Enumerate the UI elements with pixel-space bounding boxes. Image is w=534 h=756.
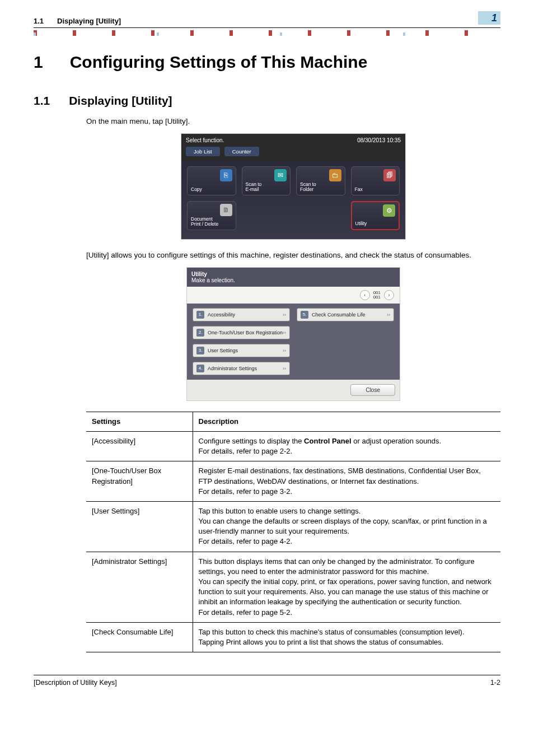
folder-icon: 🗀 <box>329 169 341 181</box>
section-heading: 1.1 Displaying [Utility] <box>34 94 500 108</box>
doc-icon: 🗎 <box>220 204 232 216</box>
intro-paragraph-2: [Utility] allows you to configure settin… <box>86 250 500 261</box>
pager-next-icon[interactable]: › <box>384 290 394 300</box>
utility-item-label: Check Consumable Life <box>312 312 366 318</box>
fax-icon: 🗐 <box>383 169 396 181</box>
main-menu-prompt: Select function. <box>186 137 224 143</box>
table-row: [Accessibility]Configure settings to dis… <box>86 431 500 461</box>
main-menu-button-utility[interactable]: ⚙Utility <box>351 201 400 230</box>
main-menu-screenshot: Select function. 08/30/2013 10:35 Job Li… <box>181 134 405 239</box>
decorative-ticks-light <box>34 32 500 36</box>
utility-item-number: 4. <box>196 365 204 372</box>
table-cell-description: Tap this button to enable users to chang… <box>193 501 500 552</box>
main-menu-button-label: Copy <box>191 187 232 192</box>
utility-item-number: 5. <box>301 311 308 319</box>
email-icon: ✉ <box>274 169 287 181</box>
table-cell-description: Configure settings to display the Contro… <box>193 431 500 461</box>
main-menu-button-label: Document Print / Delete <box>191 217 232 227</box>
footer-left: [Description of Utility Keys] <box>34 679 117 687</box>
utility-item-number: 3. <box>196 347 204 354</box>
utility-item-user-settings[interactable]: 3.User Settings›› <box>193 344 290 357</box>
intro-paragraph-1: On the main menu, tap [Utility]. <box>86 116 500 127</box>
section-number: 1.1 <box>34 94 50 108</box>
table-cell-setting: [One-Touch/User Box Registration] <box>86 461 193 502</box>
header-section-title: Displaying [Utility] <box>57 17 121 25</box>
main-menu-button-label: Fax <box>355 187 396 192</box>
table-cell-setting: [Accessibility] <box>86 431 193 461</box>
utility-title: Utility <box>191 271 395 277</box>
main-menu-button-label: Scan to E-mail <box>246 182 287 192</box>
settings-table: Settings Description [Accessibility]Conf… <box>86 412 500 652</box>
table-row: [Administrator Settings]This button disp… <box>86 552 500 622</box>
table-cell-setting: [User Settings] <box>86 501 193 552</box>
main-menu-button-fax[interactable]: 🗐Fax <box>351 166 400 195</box>
utility-item-number: 2. <box>196 329 204 337</box>
table-cell-description: Register E-mail destinations, fax destin… <box>193 461 500 502</box>
main-menu-button-label: Scan to Folder <box>300 182 341 192</box>
chevron-right-icon: ›› <box>387 312 390 318</box>
pager-page: 001 001 <box>373 291 381 300</box>
utility-item-check-consumable-life[interactable]: 5.Check Consumable Life›› <box>297 308 394 321</box>
chapter-title: Configuring Settings of This Machine <box>70 53 368 72</box>
chapter-number: 1 <box>34 53 43 72</box>
table-cell-description: This button displays items that can only… <box>193 552 500 622</box>
utility-item-label: One-Touch/User Box Registration <box>208 330 283 335</box>
section-title: Displaying [Utility] <box>69 94 172 108</box>
table-cell-description: Tap this button to check this machine's … <box>193 622 500 652</box>
tab-counter[interactable]: Counter <box>224 147 259 156</box>
utility-item-accessibility[interactable]: 1.Accessibility›› <box>193 308 290 321</box>
chevron-right-icon: ›› <box>283 312 286 318</box>
tab-job-list[interactable]: Job List <box>186 147 220 156</box>
bold-term: Control Panel <box>304 437 352 445</box>
table-row: [Check Consumable Life]Tap this button t… <box>86 622 500 652</box>
main-menu-datetime: 08/30/2013 10:35 <box>357 137 401 143</box>
utility-item-label: Accessibility <box>208 312 235 318</box>
gear-icon: ⚙ <box>383 204 395 217</box>
table-head-settings: Settings <box>86 412 193 431</box>
chevron-right-icon: ›› <box>283 348 286 353</box>
utility-item-administrator-settings[interactable]: 4.Administrator Settings›› <box>193 362 290 375</box>
chapter-badge: 1 <box>478 11 500 25</box>
utility-item-one-touch-user-box-registration[interactable]: 2.One-Touch/User Box Registration›› <box>193 326 290 339</box>
footer-right: 1-2 <box>490 679 500 687</box>
utility-screenshot: Utility Make a selection. ‹ 001 001 › 1.… <box>187 268 400 400</box>
utility-item-label: Administrator Settings <box>208 366 257 371</box>
main-menu-button-scan-to-folder[interactable]: 🗀Scan to Folder <box>296 166 345 195</box>
page-footer: [Description of Utility Keys] 1-2 <box>34 675 500 687</box>
copy-icon: ⎘ <box>220 169 232 181</box>
main-menu-button-document-print-delete[interactable]: 🗎Document Print / Delete <box>187 201 236 230</box>
main-menu-button-scan-to-e-mail[interactable]: ✉Scan to E-mail <box>242 166 291 195</box>
main-menu-button-label: Utility <box>355 221 396 226</box>
chevron-right-icon: ›› <box>283 366 286 371</box>
table-row: [One-Touch/User Box Registration]Registe… <box>86 461 500 502</box>
running-header: 1.1 Displaying [Utility] <box>34 17 500 28</box>
utility-item-label: User Settings <box>208 348 238 353</box>
chapter-heading: 1 Configuring Settings of This Machine <box>34 53 500 72</box>
close-button[interactable]: Close <box>350 384 395 396</box>
table-cell-setting: [Check Consumable Life] <box>86 622 193 652</box>
chevron-right-icon: ›› <box>283 330 286 335</box>
table-cell-setting: [Administrator Settings] <box>86 552 193 622</box>
table-head-description: Description <box>193 412 500 431</box>
table-row: [User Settings]Tap this button to enable… <box>86 501 500 552</box>
utility-subtitle: Make a selection. <box>191 277 395 283</box>
main-menu-button-copy[interactable]: ⎘Copy <box>187 166 236 195</box>
pager-prev-icon[interactable]: ‹ <box>360 290 370 300</box>
header-section-num: 1.1 <box>34 17 44 25</box>
utility-item-number: 1. <box>196 311 204 319</box>
